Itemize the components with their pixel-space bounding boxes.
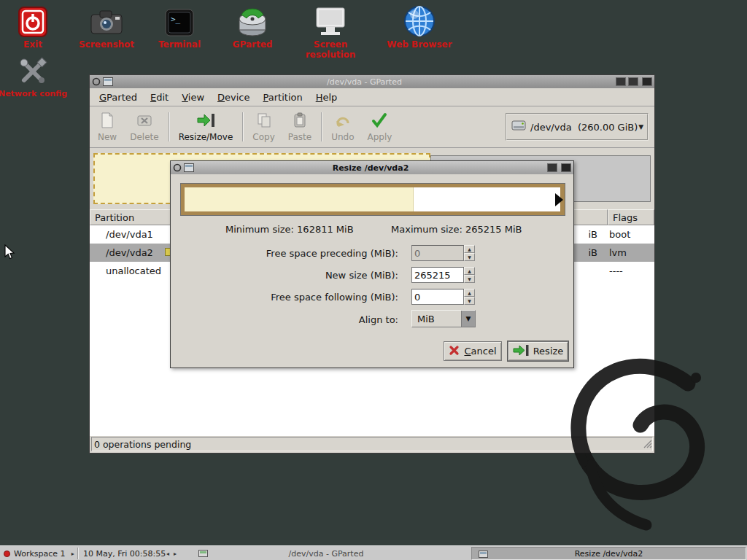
cancel-x-icon [449,345,460,358]
chevron-down-icon[interactable]: ▼ [638,123,644,131]
align-to-label: Align to: [171,314,398,325]
header-flags[interactable]: Flags [608,209,654,225]
disk-icon [511,120,526,134]
spin-down-icon[interactable]: ▼ [464,297,475,305]
resize-move-button[interactable]: Resize/Move [172,109,240,145]
taskbar-separator [77,548,78,559]
toolbar-separator [242,112,243,141]
menu-view[interactable]: View [175,88,211,106]
desktop-icon-network-config[interactable]: Network config [0,52,75,98]
taskbar: Workspace 1 ▸ 10 May, Fri 00:58:55 ◂ ▸ /… [0,545,747,560]
new-size-input[interactable] [411,267,464,283]
maximum-size-label: Maximum size: 265215 MiB [391,224,522,235]
workspace-label: Workspace 1 [14,549,66,559]
flags-value: boot [609,229,630,240]
resize-move-icon [196,112,215,131]
field-row-preceding: Free space preceding (MiB): ▲ ▼ [171,244,573,262]
desktop-icon-label: Web Browser [377,39,462,50]
dialog-maximize-button[interactable] [547,163,557,172]
desktop-icon-label: Terminal [137,39,222,50]
tasklist-scroll: ◂ ▸ [166,546,177,560]
resize-arrow-icon [513,344,529,359]
resize-slider[interactable] [180,183,565,216]
pager-next-icon[interactable]: ▸ [71,551,74,557]
chevron-down-icon: ▼ [461,311,475,327]
spin-up-icon[interactable]: ▲ [464,267,475,275]
desktop-icon-label: Network config [0,89,75,98]
minimum-size-label: Minimum size: 162811 MiB [225,224,354,235]
mouse-cursor-icon [4,244,15,262]
dialog-app-icon [184,161,194,175]
field-row-following: Free space following (MiB): ▲ ▼ [171,287,573,306]
menu-help[interactable]: Help [309,88,344,106]
window-menu-icon[interactable] [173,161,182,175]
desktop-icon-gparted[interactable]: GParted [210,3,295,50]
maximize-button[interactable] [628,77,638,86]
device-selector[interactable]: /dev/vda (260.00 GiB) ▼ [506,113,649,141]
desktop: Exit Screenshot >_ Terminal GParted Scre… [0,0,747,560]
free-space-preceding-input[interactable] [411,245,464,261]
free-space-preceding-label: Free space preceding (MiB): [171,248,398,259]
tools-icon [0,52,75,88]
copy-icon [256,112,272,131]
flags-value: lvm [609,247,627,258]
delete-icon [136,112,152,131]
close-button[interactable] [642,77,652,86]
device-selector-value: /dev/vda (260.00 GiB) [530,122,638,133]
undo-button[interactable]: Undo [325,109,360,145]
clock: 10 May, Fri 00:58:55 [83,546,166,560]
gparted-app-icon [103,75,113,89]
paste-icon [292,112,308,131]
globe-icon [377,3,462,38]
task-gparted[interactable]: /dev/vda - GParted [184,547,468,560]
desktop-icon-screenshot[interactable]: Screenshot [64,3,149,50]
gparted-disk-icon [210,3,295,38]
align-to-dropdown[interactable]: MiB ▼ [411,310,476,327]
desktop-icon-terminal[interactable]: >_ Terminal [137,3,222,50]
spin-up-icon[interactable]: ▲ [464,245,475,253]
terminal-icon: >_ [137,3,222,38]
field-row-align: Align to: [171,310,573,329]
toolbar-separator [169,112,169,141]
scroll-right-icon[interactable]: ▸ [174,551,177,557]
resize-slider-used-area [185,187,414,211]
gparted-titlebar[interactable]: /dev/vda - GParted [90,75,654,88]
free-space-following-label: Free space following (MiB): [171,292,398,303]
paste-button[interactable]: Paste [282,109,318,145]
undo-icon [335,112,351,131]
workspace-indicator[interactable]: Workspace 1 ▸ [4,546,74,560]
desktop-icon-label: GParted [210,39,295,50]
desktop-icon-screen-resolution[interactable]: Screen resolution [288,3,373,60]
dialog-close-button[interactable] [561,163,571,172]
copy-button[interactable]: Copy [246,109,281,145]
menu-partition[interactable]: Partition [257,88,309,106]
minimize-button[interactable] [616,77,626,86]
delete-button[interactable]: Delete [123,109,165,145]
task-label: /dev/vda - GParted [184,547,468,560]
menu-gparted[interactable]: GParted [93,88,144,106]
menu-device[interactable]: Device [211,88,256,106]
scroll-left-icon[interactable]: ◂ [166,551,169,557]
new-button[interactable]: New [91,109,123,145]
menu-edit[interactable]: Edit [144,88,175,106]
new-partition-icon [100,112,115,131]
spin-up-icon[interactable]: ▲ [464,289,475,297]
cancel-button[interactable]: Cancel [444,341,502,361]
toolbar-separator [321,112,322,141]
free-space-following-input[interactable] [411,289,464,305]
resize-handle-right-icon[interactable] [555,193,563,206]
toolbar: New Delete Resize/Move Copy Paste [90,106,654,148]
align-to-value: MiB [412,314,461,324]
task-resize-dialog[interactable]: Resize /dev/vda2 [471,547,746,560]
debian-swirl-logo [553,341,728,541]
apply-button[interactable]: Apply [361,109,399,145]
spin-down-icon[interactable]: ▼ [464,253,475,261]
desktop-icon-label: Screen resolution [288,39,373,60]
desktop-icon-label: Screenshot [64,39,149,50]
desktop-icon-web-browser[interactable]: Web Browser [377,3,462,50]
window-menu-icon[interactable] [92,75,101,89]
dialog-titlebar[interactable]: Resize /dev/vda2 [171,161,573,174]
flags-value: ---- [609,265,623,276]
spin-down-icon[interactable]: ▼ [464,275,475,283]
resize-dialog: Resize /dev/vda2 Minimum size: 162811 Mi… [170,160,574,368]
